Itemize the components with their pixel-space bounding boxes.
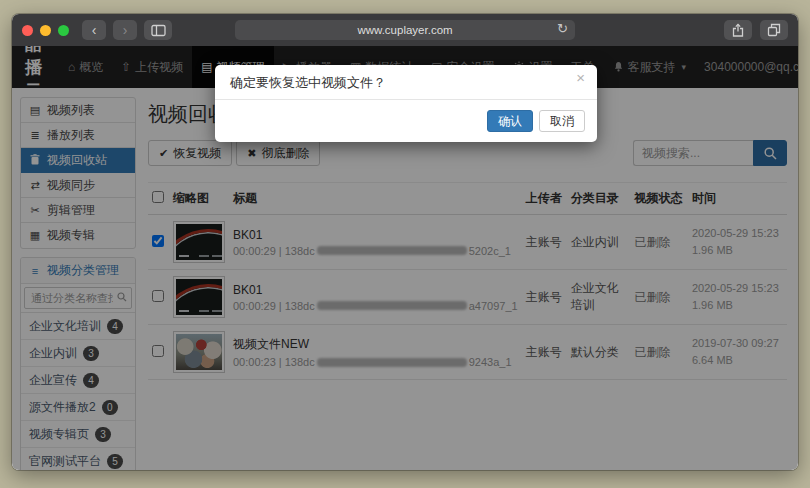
url-bar[interactable]: www.cuplayer.com ↻: [235, 20, 575, 40]
browser-titlebar: ‹ › www.cuplayer.com ↻: [12, 14, 798, 46]
sidebar-toggle-icon: [151, 24, 166, 37]
tabs-icon: [767, 23, 781, 37]
share-icon: [731, 23, 745, 38]
dialog-message: 确定要恢复选中视频文件？: [215, 65, 597, 100]
close-icon[interactable]: ×: [576, 70, 585, 85]
url-text: www.cuplayer.com: [357, 24, 452, 36]
confirm-button[interactable]: 确认: [487, 110, 533, 132]
tabs-button[interactable]: [760, 20, 788, 40]
share-button[interactable]: [724, 20, 752, 40]
minimize-window-button[interactable]: [40, 25, 51, 36]
dialog-footer: 确认 取消: [215, 100, 597, 142]
sidebar-toggle-button[interactable]: [144, 20, 172, 40]
traffic-lights: [22, 25, 69, 36]
close-window-button[interactable]: [22, 25, 33, 36]
page: 酷播云 ⌂ 概览 ⇧ 上传视频 ▤ 视频管理 ▶ 播放器 ▥ 数据统计: [12, 46, 798, 470]
reload-icon[interactable]: ↻: [557, 21, 568, 36]
back-button[interactable]: ‹: [82, 20, 106, 40]
zoom-window-button[interactable]: [58, 25, 69, 36]
browser-window: ‹ › www.cuplayer.com ↻: [12, 14, 798, 470]
confirm-dialog: 确定要恢复选中视频文件？ × 确认 取消: [215, 65, 597, 142]
forward-button[interactable]: ›: [113, 20, 137, 40]
cancel-button[interactable]: 取消: [539, 110, 585, 132]
